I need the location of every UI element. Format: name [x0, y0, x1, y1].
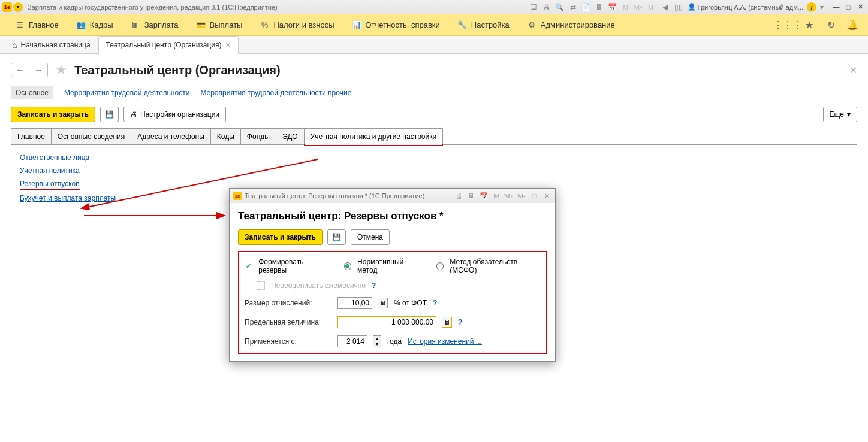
nav-buttons: ← →: [11, 63, 48, 77]
rate-calc-icon[interactable]: 🖩: [378, 298, 388, 308]
modal-print-icon[interactable]: 🖨: [454, 191, 463, 201]
m-minus-icon[interactable]: M-: [647, 2, 658, 13]
limit-calc-icon[interactable]: 🖩: [442, 317, 452, 328]
app-title: Зарплата и кадры государственного учрежд…: [28, 4, 278, 11]
info-icon[interactable]: i: [807, 2, 816, 12]
compare-icon[interactable]: ⇄: [568, 2, 578, 13]
help-monthly-icon[interactable]: ?: [372, 281, 376, 290]
label-monthly: Переоценивать ежемесячно: [271, 281, 366, 290]
modal-save-button[interactable]: 💾: [327, 229, 346, 245]
save-button[interactable]: 💾: [100, 107, 119, 122]
itab-basic[interactable]: Основные сведения: [51, 128, 131, 144]
notifications-icon[interactable]: 🔔: [845, 18, 860, 32]
home-icon: ⌂: [12, 40, 17, 50]
link-policy[interactable]: Учетная политика: [20, 166, 80, 175]
modal-logo-icon: 1e: [233, 192, 242, 200]
nav-forward-button[interactable]: →: [29, 63, 47, 77]
subnav-main[interactable]: Основное: [11, 86, 53, 99]
percent-icon: %: [259, 20, 270, 31]
close-button[interactable]: ✕: [855, 3, 866, 11]
itab-edo[interactable]: ЭДО: [276, 128, 305, 144]
reserves-modal: 1e Театральный центр: Резервы отпусков *…: [229, 188, 556, 362]
sub-navigation: Основное Мероприятия трудовой деятельнос…: [11, 86, 857, 99]
m-icon[interactable]: M: [620, 2, 631, 13]
input-rate[interactable]: 10,00: [337, 297, 372, 309]
calculator-icon[interactable]: 🖩: [594, 2, 605, 13]
modal-mminus-icon[interactable]: M-: [517, 191, 526, 201]
radio-normative[interactable]: [344, 262, 351, 270]
window-controls: — □ ✕: [831, 3, 866, 11]
modal-calendar-icon[interactable]: 📅: [479, 191, 489, 201]
link-responsible[interactable]: Ответственные лица: [20, 153, 89, 162]
link-history[interactable]: История изменений ...: [408, 337, 482, 346]
preview-icon[interactable]: 🔍: [554, 2, 565, 13]
menu-personnel[interactable]: 👥Кадры: [67, 14, 122, 35]
apps-grid-icon[interactable]: ⋮⋮⋮: [780, 18, 795, 32]
tab-close-icon[interactable]: ✕: [225, 41, 231, 49]
print-icon[interactable]: 🖨: [541, 2, 552, 13]
m-plus-icon[interactable]: M+: [634, 2, 644, 13]
input-year[interactable]: 2 014: [337, 335, 367, 347]
modal-toolbar: Записать и закрыть 💾 Отмена: [238, 229, 547, 245]
calendar-icon[interactable]: 📅: [607, 2, 618, 13]
menu-reports[interactable]: 📊Отчетность, справки: [343, 14, 448, 35]
input-limit[interactable]: 1 000 000,00: [337, 316, 436, 328]
chevron-down-icon: ▾: [847, 110, 851, 119]
itab-funds[interactable]: Фонды: [240, 128, 276, 144]
itab-main[interactable]: Главное: [11, 128, 52, 144]
modal-cancel-button[interactable]: Отмена: [351, 229, 390, 245]
label-year: Применяется с:: [245, 337, 331, 346]
row-form-reserves: ✔ Формировать резервы Нормативный метод …: [245, 258, 540, 274]
history-icon[interactable]: ↻: [824, 18, 838, 32]
user-label[interactable]: 👤Григорьянц А.А. (системный адм...: [688, 3, 803, 11]
back-icon[interactable]: ◀: [660, 2, 671, 13]
save-icon[interactable]: 🖫: [528, 2, 539, 13]
copy-icon[interactable]: 📄: [581, 2, 592, 13]
app-menu-dropdown-icon[interactable]: ▾: [13, 2, 23, 12]
modal-calc-icon[interactable]: 🖩: [466, 191, 476, 201]
modal-mplus-icon[interactable]: M+: [504, 191, 514, 201]
maximize-button[interactable]: □: [843, 3, 854, 11]
org-settings-button[interactable]: 🖨Настройки организации: [123, 107, 226, 122]
info-dropdown-icon[interactable]: ▾: [816, 2, 827, 13]
calc-icon: 🖩: [130, 20, 141, 31]
star-icon[interactable]: ★: [55, 62, 67, 78]
save-close-button[interactable]: Записать и закрыть: [11, 107, 95, 122]
page-close-icon[interactable]: ✕: [849, 65, 857, 76]
page-toolbar: Записать и закрыть 💾 🖨Настройки организа…: [11, 107, 857, 122]
modal-m-icon[interactable]: M: [492, 191, 501, 201]
itab-policy[interactable]: Учетная политика и другие настройки: [304, 128, 444, 144]
modal-restore-icon[interactable]: □: [529, 191, 539, 201]
itab-addresses[interactable]: Адреса и телефоны: [131, 128, 211, 144]
menu-settings[interactable]: 🔧Настройка: [448, 14, 518, 35]
modal-close-icon[interactable]: ✕: [542, 191, 551, 201]
link-vacation-reserves[interactable]: Резервы отпусков: [20, 180, 80, 189]
menu-taxes[interactable]: %Налоги и взносы: [251, 14, 342, 35]
menu-main[interactable]: ☰Главное: [6, 14, 67, 35]
itab-codes[interactable]: Коды: [210, 128, 241, 144]
help-limit-icon[interactable]: ?: [458, 318, 462, 326]
panels-icon[interactable]: ▯▯: [673, 2, 684, 13]
link-accounting[interactable]: Бухучет и выплата зарплаты: [20, 194, 116, 202]
favorite-icon[interactable]: ★: [802, 18, 816, 32]
more-button[interactable]: Еще ▾: [823, 107, 857, 122]
diskette-icon: 💾: [105, 110, 114, 119]
menu-admin[interactable]: ⚙Администрирование: [518, 14, 623, 35]
checkbox-monthly: [257, 281, 265, 290]
subnav-events-other[interactable]: Мероприятия трудовой деятельности прочие: [200, 89, 351, 97]
year-down-button[interactable]: ▼: [373, 341, 381, 347]
menu-salary[interactable]: 🖩Зарплата: [122, 14, 187, 35]
radio-ifrs[interactable]: [436, 262, 444, 270]
tab-home[interactable]: ⌂Начальная страница: [5, 36, 98, 53]
label-rate-suffix: % от ФОТ: [394, 299, 427, 307]
modal-save-close-button[interactable]: Записать и закрыть: [238, 229, 323, 245]
tab-organization[interactable]: Театральный центр (Организация)✕: [98, 36, 239, 54]
modal-titlebar: 1e Театральный центр: Резервы отпусков *…: [230, 189, 555, 203]
checkbox-form-reserves[interactable]: ✔: [245, 262, 252, 270]
subnav-events[interactable]: Мероприятия трудовой деятельности: [64, 89, 189, 97]
year-up-button[interactable]: ▲: [373, 336, 381, 341]
minimize-button[interactable]: —: [831, 3, 842, 11]
menu-payments[interactable]: 💳Выплаты: [187, 14, 251, 35]
nav-back-button[interactable]: ←: [11, 63, 29, 77]
help-rate-icon[interactable]: ?: [433, 299, 437, 307]
